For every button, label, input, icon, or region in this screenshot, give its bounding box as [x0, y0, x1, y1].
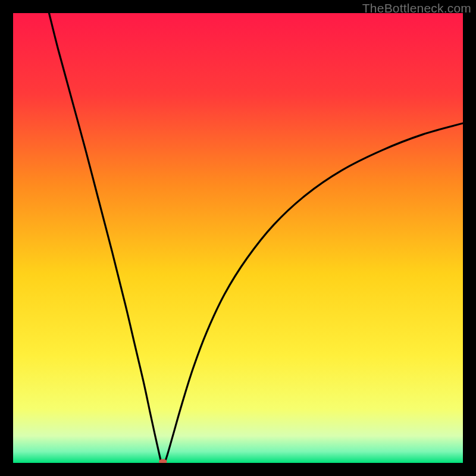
watermark-text: TheBottleneck.com: [362, 1, 471, 15]
gradient-background: [13, 13, 463, 463]
bottleneck-chart: [13, 13, 463, 463]
chart-frame: TheBottleneck.com: [0, 0, 476, 476]
plot-area: [13, 13, 463, 463]
